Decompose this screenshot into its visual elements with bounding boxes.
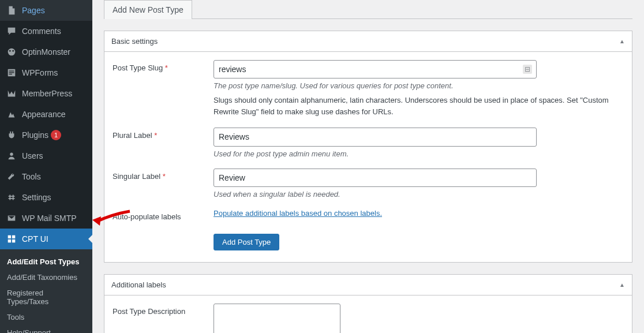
svg-point-2 — [12, 50, 14, 52]
sidebar-item-tools[interactable]: Tools — [0, 166, 92, 187]
description-control — [214, 304, 537, 333]
svg-rect-10 — [8, 240, 11, 242]
sidebar-item-memberpress[interactable]: MemberPress — [0, 83, 92, 104]
sidebar-item-label: CPT UI — [22, 234, 48, 244]
admin-sidebar: Pages Comments OptinMonster WPForms Memb… — [0, 0, 92, 333]
appearance-icon — [6, 108, 17, 120]
sidebar-item-label: WPForms — [22, 68, 58, 77]
slug-input[interactable] — [214, 60, 537, 78]
submenu-tools[interactable]: Tools — [0, 309, 92, 325]
plural-hint: Used for the post type admin menu item. — [214, 149, 537, 158]
required-marker: * — [165, 63, 168, 72]
field-row-submit: Add Post Type — [113, 231, 624, 250]
singular-input[interactable] — [214, 169, 537, 187]
slug-control: ⊟ The post type name/slug. Used for vari… — [214, 60, 624, 117]
input-indicator-icon: ⊟ — [523, 65, 532, 74]
singular-control: Used when a singular label is needed. — [214, 169, 537, 199]
panel-body-additional: Post Type Description — [104, 295, 632, 333]
svg-rect-4 — [9, 70, 14, 71]
singular-label: Singular Label * — [113, 169, 214, 199]
users-icon — [6, 150, 17, 162]
sidebar-item-wpforms[interactable]: WPForms — [0, 62, 92, 83]
sidebar-item-label: Settings — [22, 193, 51, 202]
tab-navigation: Add New Post Type — [104, 0, 632, 19]
sidebar-item-label: Users — [22, 151, 43, 160]
svg-rect-11 — [12, 240, 15, 242]
add-post-type-button[interactable]: Add Post Type — [214, 234, 279, 250]
sidebar-item-label: Tools — [22, 172, 41, 181]
sidebar-item-label: Plugins — [22, 130, 48, 140]
slug-extra-hint: Slugs should only contain alphanumeric, … — [214, 95, 624, 117]
svg-rect-9 — [12, 235, 15, 238]
autopop-label: Auto-populate labels — [113, 209, 214, 221]
panel-header-additional[interactable]: Additional labels ▲ — [104, 275, 632, 295]
plugins-update-badge: 1 — [51, 130, 61, 140]
svg-rect-8 — [8, 235, 11, 238]
sidebar-item-cptui[interactable]: CPT UI — [0, 229, 92, 249]
required-marker: * — [154, 131, 157, 140]
svg-rect-6 — [9, 74, 12, 74]
plural-control: Used for the post type admin menu item. — [214, 128, 537, 158]
memberpress-icon — [6, 88, 17, 99]
sidebar-item-comments[interactable]: Comments — [0, 21, 92, 42]
main-content: Add New Post Type Basic settings ▲ Post … — [92, 0, 644, 333]
sidebar-item-users[interactable]: Users — [0, 145, 92, 166]
optinmonster-icon — [6, 46, 17, 58]
sidebar-item-wpmailsmtp[interactable]: WP Mail SMTP — [0, 208, 92, 229]
svg-point-0 — [8, 48, 16, 56]
field-row-description: Post Type Description — [113, 304, 624, 333]
sidebar-item-pages[interactable]: Pages — [0, 0, 92, 21]
panel-header-basic[interactable]: Basic settings ▲ — [104, 31, 632, 52]
description-textarea[interactable] — [214, 304, 340, 333]
slug-hint: The post type name/slug. Used for variou… — [214, 81, 624, 90]
svg-point-1 — [9, 50, 11, 52]
submenu-registered-types[interactable]: Registered Types/Taxes — [0, 285, 92, 309]
plugins-icon — [6, 129, 17, 141]
field-row-plural: Plural Label * Used for the post type ad… — [113, 128, 624, 158]
cptui-icon — [6, 233, 17, 245]
svg-point-7 — [10, 153, 13, 156]
description-label: Post Type Description — [113, 304, 214, 333]
sidebar-item-plugins[interactable]: Plugins 1 — [0, 125, 92, 145]
required-marker: * — [163, 172, 166, 181]
panel-basic-settings: Basic settings ▲ Post Type Slug * ⊟ The … — [104, 31, 632, 263]
submenu-add-edit-post-types[interactable]: Add/Edit Post Types — [0, 254, 92, 270]
singular-hint: Used when a singular label is needed. — [214, 190, 537, 199]
cptui-submenu: Add/Edit Post Types Add/Edit Taxonomies … — [0, 249, 92, 333]
plural-label: Plural Label * — [113, 128, 214, 158]
sidebar-item-label: OptinMonster — [22, 47, 70, 57]
plural-input[interactable] — [214, 128, 537, 146]
mail-icon — [6, 212, 17, 224]
svg-rect-5 — [9, 72, 14, 73]
sidebar-item-appearance[interactable]: Appearance — [0, 104, 92, 125]
field-row-slug: Post Type Slug * ⊟ The post type name/sl… — [113, 60, 624, 117]
tab-add-new-post-type[interactable]: Add New Post Type — [104, 0, 192, 19]
comments-icon — [6, 25, 17, 37]
wpforms-icon — [6, 67, 17, 78]
submenu-help-support[interactable]: Help/Support — [0, 325, 92, 333]
panel-additional-labels: Additional labels ▲ Post Type Descriptio… — [104, 274, 632, 333]
autopop-control: Populate additional labels based on chos… — [214, 209, 537, 221]
panel-body-basic: Post Type Slug * ⊟ The post type name/sl… — [104, 52, 632, 262]
panel-title: Additional labels — [111, 280, 166, 289]
submenu-add-edit-taxonomies[interactable]: Add/Edit Taxonomies — [0, 270, 92, 285]
pages-icon — [6, 5, 17, 16]
chevron-up-icon: ▲ — [619, 282, 625, 288]
field-row-singular: Singular Label * Used when a singular la… — [113, 169, 624, 199]
sidebar-item-label: Pages — [22, 6, 45, 15]
autopop-link[interactable]: Populate additional labels based on chos… — [214, 209, 382, 218]
sidebar-item-label: WP Mail SMTP — [22, 214, 77, 223]
sidebar-item-label: Comments — [22, 27, 61, 36]
tools-icon — [6, 171, 17, 182]
sidebar-item-settings[interactable]: Settings — [0, 187, 92, 208]
slug-label: Post Type Slug * — [113, 60, 214, 117]
field-row-autopop: Auto-populate labels Populate additional… — [113, 209, 624, 221]
settings-icon — [6, 192, 17, 203]
panel-title: Basic settings — [111, 37, 158, 46]
sidebar-item-label: Appearance — [22, 110, 66, 119]
sidebar-item-optinmonster[interactable]: OptinMonster — [0, 42, 92, 62]
chevron-up-icon: ▲ — [619, 38, 625, 44]
sidebar-item-label: MemberPress — [22, 89, 72, 98]
